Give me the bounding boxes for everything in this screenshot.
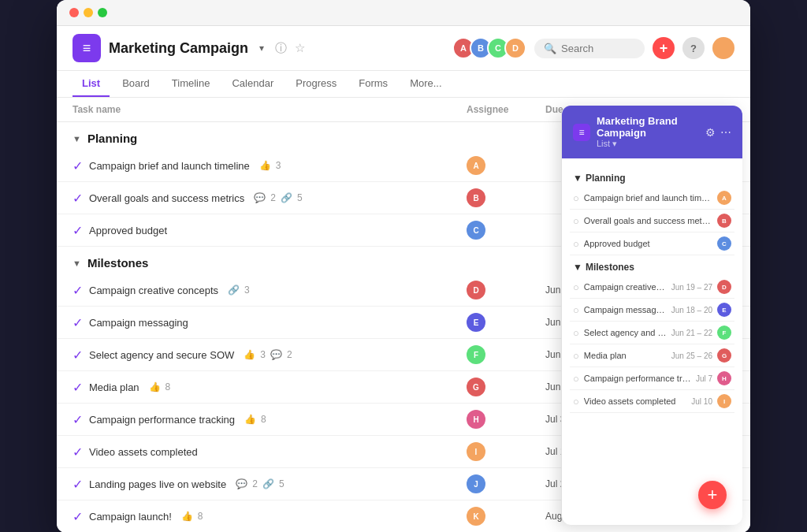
close-dot[interactable]: [69, 8, 79, 17]
comment-icon: 💬: [236, 478, 247, 489]
list-dropdown-icon[interactable]: ▾: [612, 139, 617, 148]
milestones-label: Milestones: [87, 256, 149, 270]
tab-list[interactable]: List: [73, 71, 110, 97]
sp-avatar: H: [717, 371, 731, 385]
task-meta: 💬2 🔗5: [236, 478, 284, 489]
comment-icon: 💬: [254, 192, 266, 203]
thumbs-up-icon: 👍: [259, 160, 271, 171]
tab-calendar[interactable]: Calendar: [222, 71, 283, 97]
app-title: Marketing Campaign: [109, 40, 248, 57]
check-icon: ✓: [73, 509, 83, 524]
minimize-dot[interactable]: [84, 8, 93, 17]
assignee-cell: C: [467, 221, 545, 240]
add-button[interactable]: +: [653, 37, 675, 59]
task-label: Select agency and secure SOW: [89, 349, 234, 361]
sp-check-icon: ○: [573, 215, 579, 227]
sp-task-name: Video assets completed: [584, 396, 686, 406]
check-icon: ✓: [73, 445, 83, 459]
tab-board[interactable]: Board: [113, 71, 159, 97]
sp-list-item[interactable]: ○ Campaign messaging Jun 18 – 20 E: [570, 299, 734, 322]
titlebar: [57, 0, 750, 26]
sp-task-name: Media plan: [584, 351, 667, 360]
task-meta: 👍8: [149, 381, 171, 392]
sp-task-name: Overall goals and success metrics: [584, 216, 712, 225]
task-label: Campaign performance tracking: [89, 414, 235, 426]
search-input[interactable]: [561, 43, 635, 54]
info-icon[interactable]: ⓘ: [275, 41, 287, 56]
tab-forms[interactable]: Forms: [349, 71, 397, 97]
tab-more[interactable]: More...: [400, 71, 451, 97]
sp-check-icon: ○: [573, 327, 579, 339]
settings-icon[interactable]: ⚙: [705, 126, 716, 139]
avatar: F: [467, 345, 485, 364]
sp-avatar: G: [717, 348, 731, 363]
user-avatar[interactable]: [712, 37, 734, 59]
help-button[interactable]: ?: [682, 37, 705, 59]
title-dropdown-icon[interactable]: ▾: [259, 43, 264, 54]
assignee-cell: E: [467, 313, 545, 332]
check-icon: ✓: [73, 477, 83, 492]
header-left: ≡ Marketing Campaign ▾ ⓘ ☆: [73, 34, 305, 62]
search-bar[interactable]: 🔍: [534, 39, 645, 58]
meta-count: 3: [276, 160, 281, 171]
sp-task-name: Campaign brief and launch timeline: [584, 193, 712, 203]
task-meta: 👍 3: [259, 160, 281, 171]
more-options-icon[interactable]: ⋯: [720, 126, 731, 139]
task-label: Media plan: [89, 381, 139, 393]
sp-list-item[interactable]: ○ Select agency and sec… Jun 21 – 22 F: [570, 322, 734, 344]
avatar: A: [467, 156, 485, 175]
sp-list-item[interactable]: ○ Campaign performance track… Jul 7 H: [570, 367, 734, 390]
task-name-cell: ✓ Media plan 👍8: [73, 380, 467, 395]
sp-list-item[interactable]: ○ Overall goals and success metrics B: [570, 210, 734, 233]
nav-tabs: List Board Timeline Calendar Progress Fo…: [57, 71, 750, 98]
task-name-cell: ✓ Overall goals and success metrics 💬2 🔗…: [73, 191, 467, 206]
meta-count2: 5: [279, 478, 284, 489]
planning-arrow-icon: ▼: [73, 134, 81, 143]
task-name-cell: ✓ Campaign launch! 👍8: [73, 509, 467, 524]
assignee-cell: G: [467, 378, 545, 396]
side-panel-header: ≡ Marketing Brand Campaign List ▾ ⚙ ⋯: [562, 106, 742, 158]
sp-check-icon: ○: [573, 281, 579, 293]
avatar: B: [467, 188, 485, 207]
task-meta: 🔗3: [228, 285, 250, 296]
sp-date: Jun 25 – 26: [671, 352, 712, 360]
comment-icon: 💬: [270, 349, 282, 360]
avatar: E: [467, 313, 485, 332]
col-assignee: Assignee: [467, 104, 545, 115]
check-icon: ✓: [73, 283, 83, 298]
meta-count: 8: [165, 381, 171, 392]
task-label: Landing pages live on website: [89, 478, 226, 490]
assignee-cell: B: [467, 188, 545, 207]
sp-list-item[interactable]: ○ Approved budget C: [570, 233, 734, 255]
header-right: A B C D 🔍 + ?: [452, 37, 734, 59]
fab-add-button[interactable]: +: [698, 481, 727, 509]
meta-count: 3: [260, 349, 266, 360]
check-icon: ✓: [73, 223, 83, 238]
sp-list-item[interactable]: ○ Campaign brief and launch timeline A: [570, 187, 734, 210]
tab-timeline[interactable]: Timeline: [162, 71, 220, 97]
sp-check-icon: ○: [573, 396, 579, 407]
sp-planning-arrow: ▼: [573, 173, 582, 184]
meta-count2: 5: [297, 192, 303, 203]
sp-planning-label: Planning: [586, 173, 626, 184]
team-avatars: A B C D: [452, 37, 526, 59]
task-label: Campaign creative concepts: [89, 285, 218, 296]
tab-progress[interactable]: Progress: [286, 71, 346, 97]
meta-count: 8: [198, 511, 203, 522]
meta-count: 3: [244, 285, 250, 296]
avatar-4: D: [504, 37, 526, 59]
sp-task-name: Approved budget: [584, 239, 712, 248]
sp-list-item[interactable]: ○ Media plan Jun 25 – 26 G: [570, 344, 734, 367]
sp-list-item[interactable]: ○ Video assets completed Jul 10 I: [570, 390, 734, 413]
side-panel-app-icon: ≡: [573, 124, 590, 141]
main-window: ≡ Marketing Campaign ▾ ⓘ ☆ A B C D 🔍 + ?…: [57, 0, 750, 532]
sp-date: Jun 19 – 27: [671, 283, 712, 292]
sp-avatar: A: [717, 191, 731, 205]
task-meta: 👍8: [181, 511, 203, 522]
sp-list-item[interactable]: ○ Campaign creative con… Jun 19 – 27 D: [570, 276, 734, 299]
sp-avatar: E: [717, 303, 731, 317]
sp-avatar: I: [717, 394, 731, 408]
task-meta: 👍8: [244, 414, 266, 425]
star-icon[interactable]: ☆: [295, 41, 305, 55]
maximize-dot[interactable]: [98, 8, 107, 17]
